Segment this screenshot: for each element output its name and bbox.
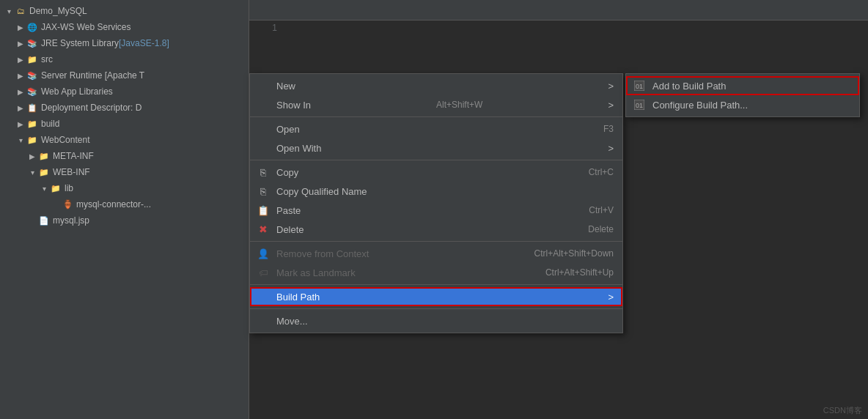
move-icon: [256, 314, 271, 328]
tree-label: JAX-WS Web Services: [41, 22, 130, 32]
lib-icon: 📋: [26, 102, 38, 114]
line-number: 1: [255, 23, 277, 33]
menu-label-copy-qualified: Copy Qualified Name: [276, 186, 367, 197]
tree-item-server-runtime[interactable]: ▶ 📚 Server Runtime [Apache T: [0, 67, 249, 84]
open-with-icon: [256, 141, 271, 155]
tree-arrow: ▶: [15, 53, 26, 65]
menu-item-show-in[interactable]: Show In Alt+Shift+W >: [250, 95, 622, 114]
submenu-item-configure-build-path[interactable]: 0​1 Configure Build Path...: [626, 95, 859, 114]
lib-icon: 📚: [26, 37, 38, 49]
tree-label: mysql.jsp: [53, 215, 89, 226]
menu-label-show-in: Show In: [276, 100, 311, 111]
java-se-label: [JavaSE-1.8]: [119, 38, 169, 48]
separator-5: [250, 308, 622, 309]
watermark: CSDN博客: [823, 405, 862, 416]
open-icon: [256, 122, 271, 136]
menu-label-copy: Copy: [276, 167, 298, 178]
mark-landmark-shortcut: Ctrl+Alt+Shift+Up: [545, 267, 614, 278]
copy-qualified-icon: ⎘: [256, 184, 271, 199]
menu-label-remove-context: Remove from Context: [276, 248, 369, 259]
paste-icon: 📋: [256, 203, 271, 218]
tree-item-mysql-jsp[interactable]: ▶ 📄 mysql.jsp: [0, 212, 249, 229]
tree-item-src[interactable]: ▶ 📁 src: [0, 51, 249, 67]
mark-landmark-icon: 🏷: [256, 265, 271, 280]
submenu-build-path: 0​1 Add to Build Path 0​1 Configure Buil…: [625, 73, 860, 117]
watermark-text: CSDN博客: [823, 406, 862, 415]
separator-3: [250, 241, 622, 242]
remove-context-icon: 👤: [256, 246, 271, 261]
add-build-path-icon: 0​1: [632, 78, 647, 93]
tree-item-jax-ws[interactable]: ▶ 🌐 JAX-WS Web Services: [0, 19, 249, 35]
folder-icon: 📁: [26, 53, 38, 65]
lib-icon: 📚: [26, 86, 38, 97]
jsp-icon: 📄: [38, 215, 50, 226]
tree-arrow: ▾: [3, 5, 15, 17]
svg-text:0​1: 0​1: [636, 83, 643, 90]
menu-item-copy-qualified[interactable]: ⎘ Copy Qualified Name: [250, 182, 622, 201]
copy-icon: ⎘: [256, 165, 271, 179]
arrow-icon: >: [608, 143, 614, 154]
folder-icon: 📁: [50, 182, 62, 194]
arrow-icon: >: [600, 81, 614, 92]
menu-item-open-with[interactable]: Open With >: [250, 138, 622, 157]
new-icon: [256, 78, 271, 93]
menu-label-open-with: Open With: [276, 143, 321, 154]
project-explorer: ▾ 🗂 Demo_MySQL ▶ 🌐 JAX-WS Web Services ▶…: [0, 0, 249, 419]
delete-icon: ✖: [256, 222, 271, 237]
tree-arrow: ▶: [15, 21, 26, 33]
tree-item-meta-inf[interactable]: ▶ 📁 META-INF: [0, 148, 249, 164]
lib-icon: 📚: [26, 70, 38, 81]
tree-label: META-INF: [53, 151, 94, 161]
separator-1: [250, 116, 622, 117]
tree-item-mysql-connector[interactable]: ▶ 🏺 mysql-connector-...: [0, 196, 249, 212]
menu-item-move[interactable]: Move...: [250, 311, 622, 330]
menu-label-new: New: [276, 81, 295, 92]
jar-icon: 🏺: [62, 199, 73, 210]
menu-label-build-path: Build Path: [276, 292, 320, 303]
menu-item-mark-landmark[interactable]: 🏷 Mark as Landmark Ctrl+Alt+Shift+Up: [250, 263, 622, 282]
copy-shortcut: Ctrl+C: [589, 167, 614, 177]
editor-line-1: 1: [249, 21, 868, 35]
menu-item-paste[interactable]: 📋 Paste Ctrl+V: [250, 201, 622, 220]
separator-2: [250, 160, 622, 160]
menu-label-paste: Paste: [276, 205, 301, 216]
tree-arrow: ▶: [15, 37, 26, 49]
tree-item-demo-mysql[interactable]: ▾ 🗂 Demo_MySQL: [0, 3, 249, 19]
tree-item-lib[interactable]: ▾ 📁 lib: [0, 180, 249, 196]
submenu-label-configure-build-path: Configure Build Path...: [652, 100, 748, 111]
menu-label-move: Move...: [276, 316, 308, 327]
menu-item-open[interactable]: Open F3: [250, 119, 622, 138]
tree-item-web-app-lib[interactable]: ▶ 📚 Web App Libraries: [0, 84, 249, 100]
tree-item-jre[interactable]: ▶ 📚 JRE System Library [JavaSE-1.8]: [0, 35, 249, 51]
tree-item-web-inf[interactable]: ▾ 📁 WEB-INF: [0, 164, 249, 180]
show-in-shortcut: Alt+Shift+W: [436, 100, 482, 110]
tree-arrow: ▶: [15, 102, 26, 114]
tree-arrow: ▾: [38, 182, 50, 194]
tree-label: WebContent: [41, 135, 90, 145]
tree-label: Deployment Descriptor: D: [41, 103, 141, 113]
build-path-arrow-icon: >: [608, 292, 614, 303]
menu-item-delete[interactable]: ✖ Delete Delete: [250, 220, 622, 239]
menu-item-build-path[interactable]: Build Path >: [250, 287, 622, 306]
context-menu: New > Show In Alt+Shift+W > Open F3 Open…: [249, 73, 623, 333]
tree-item-deployment[interactable]: ▶ 📋 Deployment Descriptor: D: [0, 100, 249, 116]
tree-arrow: ▾: [26, 166, 38, 178]
folder-icon: 📁: [26, 118, 38, 130]
menu-label-mark-landmark: Mark as Landmark: [276, 267, 356, 278]
menu-item-remove-context[interactable]: 👤 Remove from Context Ctrl+Alt+Shift+Dow…: [250, 244, 622, 263]
menu-item-copy[interactable]: ⎘ Copy Ctrl+C: [250, 163, 622, 182]
show-in-icon: [256, 97, 271, 112]
tree-arrow: ▾: [15, 134, 26, 146]
tree-label: JRE System Library: [41, 38, 119, 48]
submenu-item-add-to-build-path[interactable]: 0​1 Add to Build Path: [626, 76, 859, 95]
menu-label-delete: Delete: [276, 224, 304, 235]
menu-label-open: Open: [276, 124, 300, 135]
tree-item-webcontent[interactable]: ▾ 📁 WebContent: [0, 132, 249, 148]
tree-arrow: ▶: [15, 70, 26, 81]
menu-item-new[interactable]: New >: [250, 76, 622, 95]
tree-arrow: ▶: [15, 118, 26, 130]
tree-item-build[interactable]: ▶ 📁 build: [0, 116, 249, 132]
folder-icon: 📁: [38, 150, 50, 162]
remove-context-shortcut: Ctrl+Alt+Shift+Down: [534, 248, 614, 259]
tree-label: mysql-connector-...: [76, 199, 151, 210]
